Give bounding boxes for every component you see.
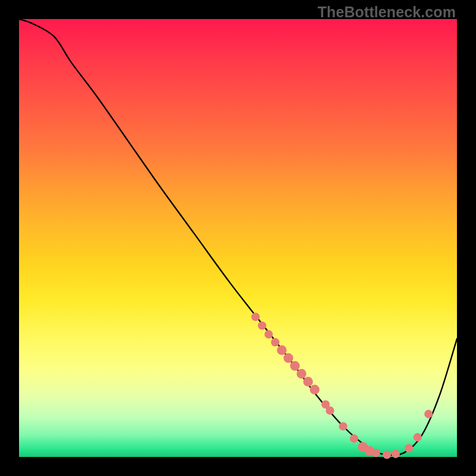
bottleneck-curve: [19, 19, 457, 455]
data-marker: [383, 450, 391, 459]
data-markers: [251, 312, 433, 459]
watermark-text: TheBottleneck.com: [318, 4, 456, 21]
data-marker: [297, 369, 306, 378]
data-marker: [350, 434, 358, 443]
data-marker: [392, 450, 400, 458]
data-marker: [271, 338, 280, 346]
chart-svg: [19, 19, 457, 457]
data-marker: [414, 433, 422, 441]
data-marker: [290, 361, 300, 371]
data-marker: [283, 353, 293, 363]
data-marker: [277, 345, 286, 355]
data-marker: [372, 449, 380, 457]
data-marker: [258, 321, 266, 330]
data-marker: [405, 444, 413, 452]
data-marker: [339, 422, 347, 430]
data-marker: [310, 385, 320, 394]
data-marker: [303, 377, 313, 386]
plot-area: [19, 19, 457, 457]
data-marker: [264, 330, 273, 339]
chart-frame: [19, 19, 457, 457]
data-marker: [424, 410, 433, 418]
data-marker: [251, 312, 259, 321]
data-marker: [326, 406, 334, 415]
